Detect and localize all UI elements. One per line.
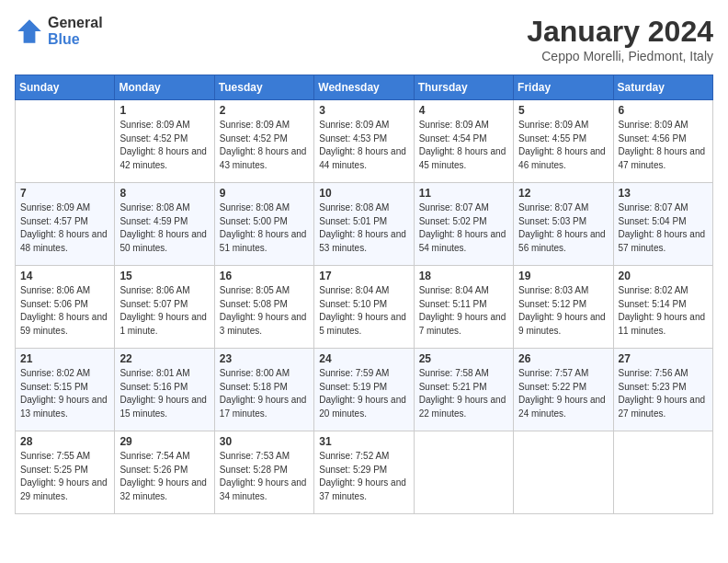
- day-cell: 10Sunrise: 8:08 AMSunset: 5:01 PMDayligh…: [314, 183, 414, 266]
- day-number: 12: [518, 187, 608, 200]
- day-info: Sunrise: 8:00 AMSunset: 5:18 PMDaylight:…: [220, 367, 309, 420]
- day-cell: 7Sunrise: 8:09 AMSunset: 4:57 PMDaylight…: [16, 183, 115, 266]
- day-info: Sunrise: 8:09 AMSunset: 4:55 PMDaylight:…: [518, 119, 608, 172]
- day-cell: 13Sunrise: 8:07 AMSunset: 5:04 PMDayligh…: [613, 183, 712, 266]
- day-info: Sunrise: 8:07 AMSunset: 5:03 PMDaylight:…: [518, 201, 608, 255]
- month-title: January 2024: [527, 15, 713, 49]
- day-number: 2: [220, 104, 309, 117]
- day-info: Sunrise: 7:59 AMSunset: 5:19 PMDaylight:…: [319, 367, 408, 420]
- day-number: 16: [220, 270, 309, 282]
- day-cell: 14Sunrise: 8:06 AMSunset: 5:06 PMDayligh…: [16, 266, 115, 349]
- day-number: 5: [518, 104, 608, 117]
- logo-text: General Blue: [48, 15, 103, 47]
- day-cell: 6Sunrise: 8:09 AMSunset: 4:56 PMDaylight…: [613, 100, 712, 183]
- logo-icon: [15, 17, 44, 46]
- day-number: 29: [119, 435, 209, 448]
- day-cell: 26Sunrise: 7:57 AMSunset: 5:22 PMDayligh…: [514, 349, 613, 431]
- week-row-2: 7Sunrise: 8:09 AMSunset: 4:57 PMDaylight…: [16, 183, 713, 266]
- day-number: 1: [119, 104, 209, 117]
- col-header-sunday: Sunday: [16, 75, 115, 100]
- day-cell: [613, 431, 712, 514]
- day-number: 30: [220, 435, 309, 448]
- day-info: Sunrise: 7:56 AMSunset: 5:23 PMDaylight:…: [619, 367, 708, 420]
- day-cell: 31Sunrise: 7:52 AMSunset: 5:29 PMDayligh…: [314, 431, 414, 514]
- day-info: Sunrise: 8:08 AMSunset: 5:00 PMDaylight:…: [220, 201, 309, 255]
- day-cell: 18Sunrise: 8:04 AMSunset: 5:11 PMDayligh…: [414, 266, 513, 349]
- day-cell: [414, 431, 513, 514]
- col-header-friday: Friday: [514, 75, 613, 100]
- day-cell: 21Sunrise: 8:02 AMSunset: 5:15 PMDayligh…: [16, 349, 115, 431]
- day-number: 23: [220, 352, 309, 365]
- day-number: 22: [119, 352, 209, 365]
- day-number: 10: [319, 187, 408, 200]
- day-number: 20: [619, 270, 708, 282]
- day-info: Sunrise: 8:06 AMSunset: 5:06 PMDaylight:…: [20, 284, 109, 338]
- day-number: 24: [319, 352, 408, 365]
- day-info: Sunrise: 8:05 AMSunset: 5:08 PMDaylight:…: [220, 284, 309, 338]
- day-info: Sunrise: 8:02 AMSunset: 5:15 PMDaylight:…: [20, 367, 109, 420]
- day-cell: 16Sunrise: 8:05 AMSunset: 5:08 PMDayligh…: [214, 266, 313, 349]
- day-number: 19: [518, 270, 608, 282]
- col-header-monday: Monday: [115, 75, 214, 100]
- day-number: 27: [619, 352, 708, 365]
- day-info: Sunrise: 8:08 AMSunset: 5:01 PMDaylight:…: [319, 201, 408, 255]
- day-cell: 5Sunrise: 8:09 AMSunset: 4:55 PMDaylight…: [514, 100, 613, 183]
- day-cell: 9Sunrise: 8:08 AMSunset: 5:00 PMDaylight…: [214, 183, 313, 266]
- header: General Blue January 2024 Ceppo Morelli,…: [15, 15, 713, 63]
- day-cell: 19Sunrise: 8:03 AMSunset: 5:12 PMDayligh…: [514, 266, 613, 349]
- day-number: 6: [619, 104, 708, 117]
- day-cell: 8Sunrise: 8:08 AMSunset: 4:59 PMDaylight…: [115, 183, 214, 266]
- col-header-thursday: Thursday: [414, 75, 513, 100]
- day-cell: 4Sunrise: 8:09 AMSunset: 4:54 PMDaylight…: [414, 100, 513, 183]
- svg-marker-0: [17, 19, 41, 43]
- day-info: Sunrise: 7:53 AMSunset: 5:28 PMDaylight:…: [220, 450, 309, 503]
- day-cell: 12Sunrise: 8:07 AMSunset: 5:03 PMDayligh…: [514, 183, 613, 266]
- day-info: Sunrise: 8:09 AMSunset: 4:56 PMDaylight:…: [619, 119, 708, 172]
- logo: General Blue: [15, 15, 103, 47]
- day-info: Sunrise: 7:57 AMSunset: 5:22 PMDaylight:…: [518, 367, 608, 420]
- day-info: Sunrise: 8:07 AMSunset: 5:04 PMDaylight:…: [619, 201, 708, 255]
- col-header-tuesday: Tuesday: [214, 75, 313, 100]
- day-number: 28: [20, 435, 109, 448]
- calendar-table: SundayMondayTuesdayWednesdayThursdayFrid…: [15, 75, 713, 514]
- subtitle: Ceppo Morelli, Piedmont, Italy: [527, 49, 713, 63]
- day-number: 7: [20, 187, 109, 200]
- day-cell: 11Sunrise: 8:07 AMSunset: 5:02 PMDayligh…: [414, 183, 513, 266]
- header-row: SundayMondayTuesdayWednesdayThursdayFrid…: [16, 75, 713, 100]
- day-number: 9: [220, 187, 309, 200]
- day-cell: 23Sunrise: 8:00 AMSunset: 5:18 PMDayligh…: [214, 349, 313, 431]
- day-info: Sunrise: 8:07 AMSunset: 5:02 PMDaylight:…: [419, 201, 508, 255]
- day-info: Sunrise: 8:08 AMSunset: 4:59 PMDaylight:…: [119, 201, 209, 255]
- day-number: 31: [319, 435, 408, 448]
- day-cell: 3Sunrise: 8:09 AMSunset: 4:53 PMDaylight…: [314, 100, 414, 183]
- day-cell: 25Sunrise: 7:58 AMSunset: 5:21 PMDayligh…: [414, 349, 513, 431]
- week-row-3: 14Sunrise: 8:06 AMSunset: 5:06 PMDayligh…: [16, 266, 713, 349]
- logo-blue: Blue: [48, 31, 103, 48]
- day-cell: 24Sunrise: 7:59 AMSunset: 5:19 PMDayligh…: [314, 349, 414, 431]
- day-cell: 27Sunrise: 7:56 AMSunset: 5:23 PMDayligh…: [613, 349, 712, 431]
- day-cell: 15Sunrise: 8:06 AMSunset: 5:07 PMDayligh…: [115, 266, 214, 349]
- day-number: 8: [119, 187, 209, 200]
- day-number: 26: [518, 352, 608, 365]
- day-info: Sunrise: 8:09 AMSunset: 4:52 PMDaylight:…: [119, 119, 209, 172]
- day-info: Sunrise: 7:55 AMSunset: 5:25 PMDaylight:…: [20, 450, 109, 503]
- day-cell: [514, 431, 613, 514]
- col-header-wednesday: Wednesday: [314, 75, 414, 100]
- day-info: Sunrise: 8:04 AMSunset: 5:10 PMDaylight:…: [319, 284, 408, 338]
- day-info: Sunrise: 8:03 AMSunset: 5:12 PMDaylight:…: [518, 284, 608, 338]
- day-info: Sunrise: 8:04 AMSunset: 5:11 PMDaylight:…: [419, 284, 508, 338]
- day-info: Sunrise: 8:09 AMSunset: 4:53 PMDaylight:…: [319, 119, 408, 172]
- day-cell: 17Sunrise: 8:04 AMSunset: 5:10 PMDayligh…: [314, 266, 414, 349]
- day-info: Sunrise: 8:06 AMSunset: 5:07 PMDaylight:…: [119, 284, 209, 338]
- day-cell: 2Sunrise: 8:09 AMSunset: 4:52 PMDaylight…: [214, 100, 313, 183]
- day-number: 17: [319, 270, 408, 282]
- day-info: Sunrise: 8:02 AMSunset: 5:14 PMDaylight:…: [619, 284, 708, 338]
- week-row-4: 21Sunrise: 8:02 AMSunset: 5:15 PMDayligh…: [16, 349, 713, 431]
- day-cell: 22Sunrise: 8:01 AMSunset: 5:16 PMDayligh…: [115, 349, 214, 431]
- day-cell: 28Sunrise: 7:55 AMSunset: 5:25 PMDayligh…: [16, 431, 115, 514]
- day-number: 21: [20, 352, 109, 365]
- day-cell: [16, 100, 115, 183]
- day-number: 4: [419, 104, 508, 117]
- day-info: Sunrise: 8:09 AMSunset: 4:54 PMDaylight:…: [419, 119, 508, 172]
- day-cell: 29Sunrise: 7:54 AMSunset: 5:26 PMDayligh…: [115, 431, 214, 514]
